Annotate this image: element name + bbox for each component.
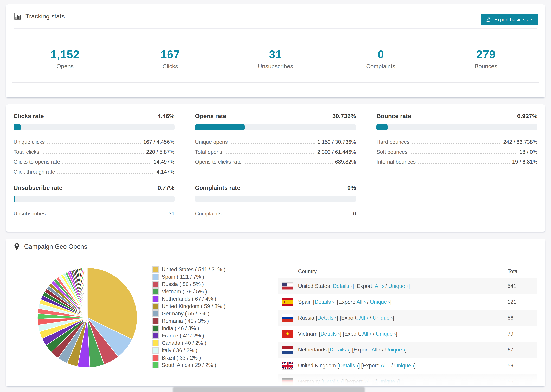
export-unique-link[interactable]: Unique › [373, 315, 393, 321]
rate-row: Total clicks220 / 5.87% [14, 145, 175, 155]
stat-value: 31 [269, 48, 282, 61]
rate-row: Hard bounces242 / 86.738% [376, 135, 537, 145]
country-cell: Netherlands [Details ›] [Export: All › /… [298, 347, 508, 353]
legend-label: Germany ( 55 / 3% ) [162, 311, 209, 317]
legend-swatch [152, 288, 159, 295]
legend-label: Spain ( 121 / 7% ) [162, 274, 204, 280]
export-basic-stats-button[interactable]: Export basic stats [481, 14, 538, 25]
summary-stats-row: 1,152 Opens 167 Clicks 31 Unsubscribes 0… [12, 35, 539, 83]
country-flag-icon [282, 298, 293, 306]
legend-item[interactable]: United Kingdom ( 59 / 3% ) [152, 302, 263, 310]
export-unique-link[interactable]: Unique › [394, 363, 414, 369]
rate-row: Unique clicks167 / 4.456% [14, 135, 175, 145]
legend-item[interactable]: Italy ( 36 / 2% ) [152, 347, 263, 354]
export-unique-link[interactable]: Unique › [388, 283, 408, 289]
geo-table-header: Country Total [278, 265, 537, 278]
details-link[interactable]: Details › [339, 363, 358, 369]
legend-item[interactable]: United States ( 541 / 31% ) [152, 266, 263, 273]
legend-item[interactable]: France ( 42 / 2% ) [152, 332, 263, 339]
export-prefix: Export: [347, 378, 365, 385]
rate-title: Opens rate [195, 113, 226, 119]
legend-swatch [152, 347, 159, 354]
export-unique-link[interactable]: Unique › [385, 347, 405, 353]
legend-label: Italy ( 36 / 2% ) [162, 347, 197, 354]
country-cell: Spain [Details ›] [Export: All › / Uniqu… [298, 299, 508, 305]
export-unique-link[interactable]: Unique › [378, 378, 398, 385]
country-cell: United Kingdom [Details ›] [Export: All … [298, 363, 508, 369]
legend-item[interactable]: Romania ( 49 / 3% ) [152, 317, 263, 325]
rate-section: Bounce rate 6.927% Hard bounces242 / 86.… [376, 113, 537, 175]
rates-card: Clicks rate 4.46% Unique clicks167 / 4.4… [6, 104, 545, 232]
details-link[interactable]: Details › [330, 347, 349, 353]
legend-item[interactable]: India ( 46 / 3% ) [152, 325, 263, 332]
rate-section-header: Opens rate 30.736% [195, 113, 356, 119]
details-link[interactable]: Details › [320, 331, 340, 337]
legend-item[interactable]: Canada ( 40 / 2% ) [152, 339, 263, 347]
country-cell: Russia [Details ›] [Export: All › / Uniq… [298, 315, 508, 321]
rate-title: Bounce rate [376, 113, 411, 119]
geo-opens-title: Campaign Geo Opens [24, 243, 87, 250]
rate-percentage: 4.46% [157, 113, 174, 119]
rates-grid: Clicks rate 4.46% Unique clicks167 / 4.4… [6, 105, 545, 217]
export-all-link[interactable]: All › [372, 347, 381, 353]
legend-swatch [152, 266, 159, 273]
stat-label: Bounces [475, 63, 497, 70]
rate-row: Click through rate4.147% [14, 165, 175, 175]
legend-label: Canada ( 40 / 2% ) [162, 340, 206, 346]
geo-pie-legend: United States ( 541 / 31% ) Spain ( 121 … [152, 265, 263, 386]
country-total: 541 [508, 283, 537, 289]
details-link[interactable]: Details › [315, 299, 334, 305]
stat-value: 1,152 [50, 48, 80, 61]
country-total: 59 [508, 363, 537, 369]
export-all-link[interactable]: All › [381, 363, 390, 369]
legend-item[interactable]: Russia ( 86 / 5% ) [152, 280, 263, 288]
legend-item[interactable]: Vietnam ( 79 / 5% ) [152, 288, 263, 295]
legend-item[interactable]: Brazil ( 33 / 2% ) [152, 354, 263, 361]
rate-row: Clicks to opens rate14.497% [14, 155, 175, 165]
country-name: United Kingdom [298, 363, 336, 369]
rate-detail-rows: Hard bounces242 / 86.738%Soft bounces18 … [376, 135, 537, 165]
legend-swatch [152, 274, 159, 280]
country-name: Russia [298, 315, 314, 321]
export-unique-link[interactable]: Unique › [376, 331, 396, 337]
rate-row: Unique opens1,152 / 30.736% [195, 135, 356, 145]
total-column-header: Total [508, 268, 537, 274]
export-all-link[interactable]: All › [359, 315, 368, 321]
legend-item[interactable]: South Africa ( 29 / 2% ) [152, 361, 263, 369]
tracking-stats-header: Tracking stats [14, 4, 537, 28]
summary-stat-box: 1,152 Opens [12, 35, 118, 83]
export-button-label: Export basic stats [494, 17, 533, 23]
legend-item[interactable]: Germany ( 55 / 3% ) [152, 310, 263, 317]
export-all-link[interactable]: All › [362, 331, 371, 337]
export-all-link[interactable]: All › [375, 283, 384, 289]
details-link[interactable]: Details › [317, 315, 337, 321]
legend-label: United States ( 541 / 31% ) [162, 266, 225, 273]
bar-chart-icon [14, 13, 21, 20]
rate-detail-rows: Unsubscribes31 [14, 207, 175, 217]
legend-item[interactable]: Spain ( 121 / 7% ) [152, 273, 263, 280]
tracking-stats-title: Tracking stats [26, 13, 65, 20]
geo-pie-chart[interactable] [34, 265, 140, 371]
rate-title: Complaints rate [195, 184, 240, 191]
details-link[interactable]: Details › [333, 283, 352, 289]
rate-row: Complaints0 [195, 207, 356, 217]
export-unique-link[interactable]: Unique › [370, 299, 390, 305]
export-all-link[interactable]: All › [365, 378, 374, 385]
legend-swatch [152, 303, 159, 309]
summary-stat-box: 167 Clicks [118, 35, 223, 83]
details-link[interactable]: Details › [323, 378, 342, 385]
legend-item[interactable]: Netherlands ( 67 / 4% ) [152, 295, 263, 302]
legend-swatch [152, 318, 159, 324]
export-prefix: Export: [339, 299, 356, 305]
rate-title: Unsubscribe rate [14, 184, 63, 191]
progress-bar-track [195, 196, 356, 202]
geo-opens-card: Campaign Geo Opens United States ( 541 /… [6, 238, 545, 386]
rate-section: Unsubscribe rate 0.77% Unsubscribes31 [14, 184, 175, 217]
table-row: Vietnam [Details ›] [Export: All › / Uni… [278, 326, 537, 342]
export-prefix: Export: [344, 331, 362, 337]
export-all-link[interactable]: All › [356, 299, 366, 305]
horizontal-scrollbar[interactable] [173, 387, 365, 392]
table-row: United Kingdom [Details ›] [Export: All … [278, 358, 537, 373]
legend-label: Romania ( 49 / 3% ) [162, 318, 209, 324]
rate-detail-rows: Unique opens1,152 / 30.736%Total opens2,… [195, 135, 356, 165]
